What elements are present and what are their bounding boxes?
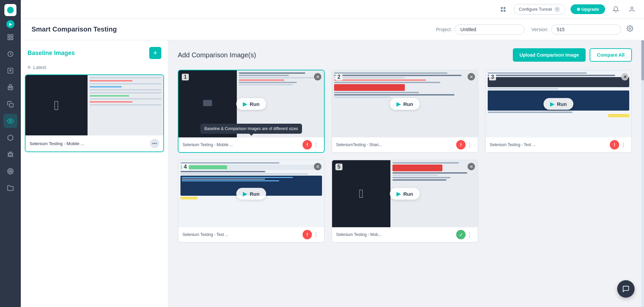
comparison-grid: 1 ✕ ▶ Run Baseline & Comparison Images a… <box>178 70 632 243</box>
notifications-icon[interactable] <box>610 4 621 15</box>
thumb-row-8 <box>90 98 161 100</box>
comparison-card-2: 2 ✕ ▶ Run SeleniumTesting - Shari... ! ⋮ <box>331 70 478 153</box>
card-3-thumbnail: 3 ✕ ▶ Run <box>486 70 631 137</box>
user-avatar[interactable] <box>627 4 637 15</box>
card-5-run-button[interactable]: ▶ Run <box>390 188 420 200</box>
sidebar-header: Baseline Images + <box>21 40 168 63</box>
app-logo <box>4 4 16 16</box>
card-4-run-button[interactable]: ▶ Run <box>236 188 266 200</box>
filter-label: Latest <box>33 65 46 70</box>
card-5-thumbnail:  5 ✕ ▶ <box>332 160 478 227</box>
thumb-row-6 <box>90 92 161 94</box>
thumb-row-5 <box>90 89 161 90</box>
card-2-run-button[interactable]: ▶ Run <box>390 98 420 110</box>
card-3-footer: Selenium Testing - Test ... ! ⋮ <box>486 137 631 152</box>
card-4-name: Selenium Testing - Test ... <box>182 232 303 237</box>
configure-tunnel-button[interactable]: Configure Tunnel ? <box>514 4 565 15</box>
project-label: Project: <box>436 27 452 32</box>
thumb-row-10 <box>90 104 161 106</box>
card-2-number: 2 <box>335 74 342 80</box>
card-1-run-label: Run <box>250 101 259 107</box>
card-2-play-icon: ▶ <box>396 101 400 107</box>
card-1-tooltip: Baseline & Comparison Images are of diff… <box>200 124 302 134</box>
svg-point-22 <box>629 28 631 29</box>
sidebar-item-history[interactable] <box>3 47 17 61</box>
svg-point-13 <box>10 120 11 122</box>
baseline-item-name: Selenium Testing - Mobile ... <box>30 141 84 146</box>
grid-icon[interactable] <box>498 4 508 15</box>
thumb-row-3 <box>90 83 161 84</box>
card-5-name: Selenium Testing - Mob... <box>336 232 456 237</box>
version-input[interactable] <box>551 24 621 35</box>
card-2-more-button[interactable]: ⋮ <box>466 141 474 149</box>
card-5-run-label: Run <box>403 191 413 197</box>
sidebar-item-eye[interactable] <box>3 114 17 128</box>
svg-rect-2 <box>8 38 10 40</box>
card-1-name: Selenium Testing - Mobile ... <box>182 142 303 147</box>
comparison-card-3: 3 ✕ ▶ Run Selenium Testing - Test ... ! … <box>485 70 632 153</box>
chat-button[interactable] <box>617 280 635 298</box>
settings-icon[interactable] <box>627 25 633 34</box>
sidebar-item-bug[interactable] <box>3 147 17 162</box>
version-label: Version: <box>531 27 548 32</box>
card-1-status-badge: ! <box>303 140 312 149</box>
card-5-more-button[interactable]: ⋮ <box>466 231 474 239</box>
card-4-close-button[interactable]: ✕ <box>314 163 321 170</box>
filter-icon: ≡ <box>28 64 31 70</box>
card-2-thumbnail: 2 ✕ ▶ Run <box>332 70 478 137</box>
card-1-number: 1 <box>182 74 189 80</box>
card-2-status-badge: ! <box>456 140 466 149</box>
baseline-more-button[interactable]: ••• <box>150 139 159 148</box>
svg-rect-7 <box>8 86 12 90</box>
card-3-close-button[interactable]: ✕ <box>621 73 629 80</box>
card-5-play-icon: ▶ <box>396 191 400 197</box>
sidebar-item-robot[interactable] <box>3 80 17 95</box>
compare-all-button[interactable]: Compare All <box>590 48 632 62</box>
sidebar-item-cube[interactable] <box>3 131 17 145</box>
page-title: Smart Comparison Testing <box>32 25 436 33</box>
thumb-row-9 <box>90 101 132 103</box>
card-5-dark-panel:  <box>332 160 390 227</box>
card-5-close-button[interactable]: ✕ <box>468 163 475 170</box>
thumbnail-light-panel <box>88 75 163 135</box>
baseline-item-footer: Selenium Testing - Mobile ... ••• <box>25 135 163 151</box>
sidebar-item-copy[interactable] <box>3 97 17 111</box>
upgrade-button[interactable]: ⊕ Upgrade <box>571 4 605 14</box>
card-3-more-button[interactable]: ⋮ <box>619 141 627 149</box>
card-4-thumbnail: 4 ✕ ▶ Run <box>178 160 324 227</box>
comparison-actions: Upload Comparison Image Compare All <box>513 48 632 62</box>
upload-comparison-button[interactable]: Upload Comparison Image <box>513 48 586 62</box>
apple-icon:  <box>54 98 59 113</box>
thumb-row-4 <box>90 86 122 87</box>
project-input[interactable] <box>454 24 525 35</box>
sidebar-item-dashboard[interactable] <box>3 30 17 44</box>
thumb-row-1 <box>90 77 161 78</box>
svg-point-15 <box>9 170 12 173</box>
sidebar-item-analytics[interactable] <box>3 164 17 178</box>
sidebar-item-upload[interactable] <box>3 64 17 78</box>
nav-expand-icon[interactable]: ▶ <box>6 20 14 28</box>
sidebar: Baseline Images + ≡ Latest  <box>21 40 168 307</box>
thumbnail-dark-panel:  <box>25 75 88 135</box>
card-3-run-button[interactable]: ▶ Run <box>543 98 573 110</box>
svg-rect-3 <box>11 38 13 40</box>
baseline-item:  <box>25 74 164 152</box>
svg-rect-12 <box>10 104 13 107</box>
card-3-name: Selenium Testing - Test ... <box>490 142 610 147</box>
card-4-play-icon: ▶ <box>243 191 247 197</box>
card-2-close-button[interactable]: ✕ <box>468 73 475 80</box>
card-1-more-button[interactable]: ⋮ <box>312 141 320 149</box>
scrollbar-thumb <box>641 40 644 80</box>
card-1-run-button[interactable]: ▶ Run <box>236 98 266 110</box>
top-bar: Configure Tunnel ? ⊕ Upgrade <box>21 0 644 19</box>
sidebar-item-folder[interactable] <box>3 181 17 195</box>
card-3-status-badge: ! <box>610 140 619 149</box>
configure-tunnel-label: Configure Tunnel <box>519 7 552 12</box>
card-1-close-button[interactable]: ✕ <box>314 73 321 80</box>
vertical-scrollbar[interactable] <box>641 40 644 307</box>
card-1-play-icon: ▶ <box>243 101 247 107</box>
card-4-more-button[interactable]: ⋮ <box>312 231 320 239</box>
card-5-status-badge: ✓ <box>456 230 466 239</box>
card-2-footer: SeleniumTesting - Shari... ! ⋮ <box>332 137 478 152</box>
add-baseline-button[interactable]: + <box>149 47 161 59</box>
